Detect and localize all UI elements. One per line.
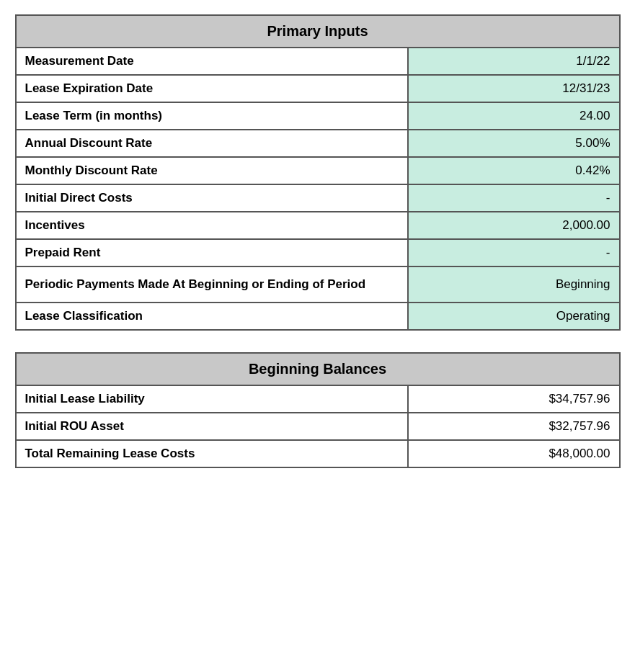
initial-lease-liability-value: $34,757.96: [408, 385, 619, 413]
lease-term-row: Lease Term (in months) 24.00: [16, 102, 620, 130]
initial-direct-costs-label: Initial Direct Costs: [16, 184, 409, 212]
prepaid-rent-label: Prepaid Rent: [16, 239, 409, 266]
total-remaining-lease-costs-value: $48,000.00: [408, 440, 619, 467]
lease-classification-value: Operating: [408, 303, 619, 330]
primary-inputs-table: Primary Inputs Measurement Date 1/1/22 L…: [15, 14, 621, 331]
lease-expiration-date-row: Lease Expiration Date 12/31/23: [16, 75, 620, 102]
lease-classification-label: Lease Classification: [16, 303, 409, 330]
beginning-balances-table: Beginning Balances Initial Lease Liabili…: [15, 352, 621, 468]
primary-inputs-header-row: Primary Inputs: [16, 15, 620, 48]
monthly-discount-rate-label: Monthly Discount Rate: [16, 157, 409, 184]
prepaid-rent-value: -: [408, 239, 619, 266]
lease-expiration-date-value: 12/31/23: [408, 75, 619, 102]
periodic-payments-label: Periodic Payments Made At Beginning or E…: [16, 266, 409, 303]
initial-rou-asset-label: Initial ROU Asset: [16, 413, 409, 440]
lease-term-label: Lease Term (in months): [16, 102, 409, 130]
periodic-payments-value: Beginning: [408, 266, 619, 303]
prepaid-rent-row: Prepaid Rent -: [16, 239, 620, 266]
initial-direct-costs-row: Initial Direct Costs -: [16, 184, 620, 212]
incentives-label: Incentives: [16, 212, 409, 239]
beginning-balances-header-row: Beginning Balances: [16, 353, 620, 385]
total-remaining-lease-costs-label: Total Remaining Lease Costs: [16, 440, 409, 467]
lease-term-value: 24.00: [408, 102, 619, 130]
measurement-date-label: Measurement Date: [16, 48, 409, 75]
measurement-date-value: 1/1/22: [408, 48, 619, 75]
periodic-payments-row: Periodic Payments Made At Beginning or E…: [16, 266, 620, 303]
lease-expiration-date-label: Lease Expiration Date: [16, 75, 409, 102]
annual-discount-rate-label: Annual Discount Rate: [16, 130, 409, 157]
primary-inputs-title: Primary Inputs: [16, 15, 620, 48]
beginning-balances-title: Beginning Balances: [16, 353, 620, 385]
incentives-row: Incentives 2,000.00: [16, 212, 620, 239]
initial-rou-asset-value: $32,757.96: [408, 413, 619, 440]
initial-lease-liability-label: Initial Lease Liability: [16, 385, 409, 413]
incentives-value: 2,000.00: [408, 212, 619, 239]
initial-direct-costs-value: -: [408, 184, 619, 212]
measurement-date-row: Measurement Date 1/1/22: [16, 48, 620, 75]
primary-inputs-section: Primary Inputs Measurement Date 1/1/22 L…: [15, 14, 621, 331]
monthly-discount-rate-value: 0.42%: [408, 157, 619, 184]
lease-classification-row: Lease Classification Operating: [16, 303, 620, 330]
monthly-discount-rate-row: Monthly Discount Rate 0.42%: [16, 157, 620, 184]
initial-rou-asset-row: Initial ROU Asset $32,757.96: [16, 413, 620, 440]
annual-discount-rate-row: Annual Discount Rate 5.00%: [16, 130, 620, 157]
initial-lease-liability-row: Initial Lease Liability $34,757.96: [16, 385, 620, 413]
beginning-balances-section: Beginning Balances Initial Lease Liabili…: [15, 352, 621, 468]
annual-discount-rate-value: 5.00%: [408, 130, 619, 157]
total-remaining-lease-costs-row: Total Remaining Lease Costs $48,000.00: [16, 440, 620, 467]
